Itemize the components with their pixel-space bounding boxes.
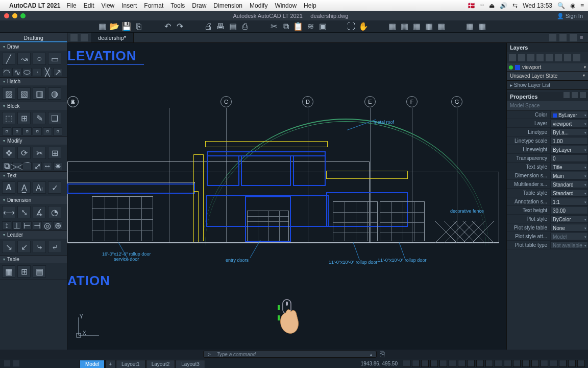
- prop-row-lineweight[interactable]: LineweightByLayer: [507, 145, 588, 154]
- prop-value[interactable]: Not available: [550, 241, 588, 249]
- save-icon[interactable]: 💾: [121, 21, 132, 32]
- palette-title[interactable]: Drafting: [0, 33, 67, 42]
- explode-tool-icon[interactable]: ✷: [53, 162, 62, 170]
- sb-grid-icon[interactable]: [403, 360, 410, 367]
- dim1-icon[interactable]: ↕: [2, 221, 11, 229]
- prop-value[interactable]: 0: [550, 154, 588, 162]
- matchprop-icon[interactable]: ≋: [305, 21, 315, 32]
- palette-text[interactable]: Text: [0, 172, 67, 179]
- drawing-canvas[interactable]: LEVATION ATION A B C D E F G: [67, 43, 506, 350]
- tab-add[interactable]: +: [105, 360, 115, 368]
- menu-insert[interactable]: Insert: [121, 2, 137, 9]
- leader-tool-icon[interactable]: ↘: [2, 241, 15, 253]
- dim3-icon[interactable]: ⊢: [22, 221, 32, 229]
- trim-tool-icon[interactable]: ✂: [33, 147, 46, 159]
- move-tool-icon[interactable]: ✥: [2, 147, 15, 159]
- spotlight-icon[interactable]: 🔍: [557, 2, 565, 9]
- layer-off-icon[interactable]: [509, 54, 516, 61]
- stretch-tool-icon[interactable]: ↔: [43, 162, 52, 170]
- attr-block-icon[interactable]: ❏: [48, 112, 61, 124]
- paste-icon[interactable]: 📋: [293, 21, 303, 32]
- controlcenter-icon[interactable]: ◉: [570, 2, 575, 9]
- boundary-tool-icon[interactable]: ▥: [33, 87, 46, 100]
- block4-icon[interactable]: ▫: [33, 127, 42, 135]
- dim-radius-icon[interactable]: ◔: [48, 206, 61, 218]
- menu-draw[interactable]: Draw: [192, 2, 206, 9]
- sb-lock-icon[interactable]: [541, 360, 548, 367]
- leader4-icon[interactable]: ⤶: [48, 241, 61, 253]
- xline-tool-icon[interactable]: ╳: [43, 68, 52, 76]
- mleader-tool-icon[interactable]: ↙: [17, 241, 31, 253]
- sb-polar-icon[interactable]: [430, 360, 438, 367]
- publish-icon[interactable]: ⎙: [240, 21, 250, 32]
- palette-leader[interactable]: Leader: [0, 231, 67, 239]
- block5-icon[interactable]: ▫: [43, 127, 52, 135]
- dim-aligned-icon[interactable]: ⤡: [17, 206, 31, 218]
- palette-draw[interactable]: Draw: [0, 43, 67, 51]
- table-tool-icon[interactable]: ▦: [2, 265, 15, 278]
- tab-layout2[interactable]: Layout2: [146, 360, 176, 368]
- palette-modify[interactable]: Modify: [0, 137, 67, 145]
- prop-pick-icon[interactable]: [572, 92, 578, 98]
- prop-row-plot-style-att-[interactable]: Plot style att...Model: [507, 232, 588, 241]
- open-icon[interactable]: 📂: [109, 21, 119, 32]
- palette-dimension[interactable]: Dimension: [0, 196, 67, 204]
- redo-icon[interactable]: ↷: [175, 21, 185, 32]
- tool3-icon[interactable]: ▦: [411, 21, 422, 32]
- textstyle-icon[interactable]: Aᵢ: [33, 181, 46, 194]
- layer-lock-icon[interactable]: [527, 54, 534, 61]
- sb-osnap-icon[interactable]: [439, 360, 447, 367]
- sb-ortho-icon[interactable]: [421, 360, 429, 367]
- region-tool-icon[interactable]: ◍: [48, 87, 61, 100]
- sb-lineweight-icon[interactable]: [467, 360, 475, 367]
- sb-add-icon[interactable]: [4, 360, 10, 366]
- pan-icon[interactable]: ✋: [358, 21, 369, 32]
- block6-icon[interactable]: ▫: [53, 127, 62, 135]
- prop-value[interactable]: ByLayer: [550, 146, 588, 153]
- prop-row-color[interactable]: ColorByLayer: [507, 110, 588, 119]
- mtext-tool-icon[interactable]: A: [2, 181, 15, 194]
- spline-tool-icon[interactable]: ∿: [12, 68, 21, 76]
- mirror-tool-icon[interactable]: ▷◁: [12, 162, 21, 170]
- prop-row-linetype-scale[interactable]: Linetype scale1.00: [507, 136, 588, 145]
- minimize-window-icon[interactable]: [12, 13, 17, 18]
- prop-row-linetype[interactable]: LinetypeByLa...: [507, 128, 588, 136]
- volume-icon[interactable]: 🔊: [500, 2, 507, 9]
- menu-dimension[interactable]: Dimension: [213, 2, 242, 9]
- layer-merge-icon[interactable]: [546, 54, 553, 61]
- layer-freeze-icon[interactable]: [518, 54, 525, 61]
- tab-model[interactable]: Model: [80, 360, 105, 368]
- prop-row-plot-style[interactable]: Plot styleByColor: [507, 215, 588, 223]
- sb-isodraft-icon[interactable]: [550, 360, 557, 367]
- rp-tab1-icon[interactable]: [549, 34, 556, 41]
- leader3-icon[interactable]: ⤷: [33, 241, 46, 253]
- rp-tab3-icon[interactable]: [570, 34, 577, 41]
- command-input[interactable]: Type a command ▴: [203, 351, 377, 358]
- dim-angular-icon[interactable]: ∡: [33, 206, 46, 218]
- app-name[interactable]: AutoCAD LT 2021: [9, 2, 60, 9]
- block2-icon[interactable]: ▫: [12, 127, 21, 135]
- wifi-icon[interactable]: ⌔: [480, 2, 484, 9]
- dim6-icon[interactable]: ⊕: [53, 221, 62, 229]
- command-history-icon[interactable]: ⎘: [380, 350, 385, 359]
- sb-clean-icon[interactable]: [568, 360, 576, 367]
- layer-state-icon[interactable]: [564, 54, 571, 61]
- prop-value[interactable]: Title: [550, 163, 588, 171]
- tool7-icon[interactable]: ▦: [477, 21, 487, 32]
- sb-dyninput-icon[interactable]: [458, 360, 465, 367]
- dim4-icon[interactable]: ⊣: [33, 221, 42, 229]
- prop-value[interactable]: Main: [550, 172, 588, 179]
- new-icon[interactable]: ▦: [97, 21, 107, 32]
- prop-value[interactable]: Model: [550, 233, 588, 240]
- fillet-tool-icon[interactable]: ⌒: [22, 162, 32, 170]
- close-window-icon[interactable]: [4, 13, 9, 18]
- sb-transparency-icon[interactable]: [476, 360, 484, 367]
- palette-table[interactable]: Table: [0, 256, 67, 263]
- prop-row-layer[interactable]: Layerviewport: [507, 119, 588, 128]
- sb-otrack-icon[interactable]: [449, 360, 456, 367]
- hatch-tool-icon[interactable]: ▨: [2, 87, 15, 100]
- prop-value[interactable]: 1:1: [550, 198, 588, 205]
- tool6-icon[interactable]: ▦: [464, 21, 475, 32]
- prop-row-text-style[interactable]: Text styleTitle: [507, 163, 588, 171]
- tablestyle-icon[interactable]: ⊞: [17, 265, 31, 278]
